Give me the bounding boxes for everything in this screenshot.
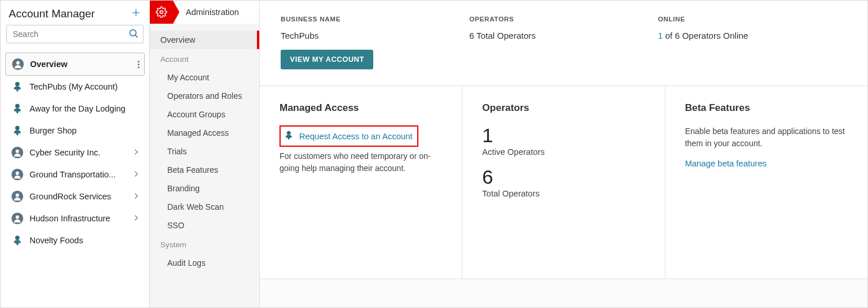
svg-point-10 <box>16 150 19 153</box>
svg-point-17 <box>15 236 20 240</box>
nav-item-managed-access[interactable]: Managed Access <box>150 124 259 142</box>
operators-label: OPERATORS <box>469 16 658 23</box>
account-list: OverviewTechPubs (My Account)Away for th… <box>1 49 149 255</box>
person-pin-icon <box>11 234 24 247</box>
svg-line-3 <box>135 35 138 37</box>
business-label: BUSINESS NAME <box>281 16 469 23</box>
operators-card: Operators 1 Active Operators 6 Total Ope… <box>462 86 665 279</box>
sidebar-item-6[interactable]: GroundRock Services <box>5 185 145 207</box>
beta-desc: Enable beta features and applications to… <box>685 125 848 150</box>
online-label: ONLINE <box>658 16 847 23</box>
person-circle-icon <box>11 146 24 159</box>
nav-item-account-groups[interactable]: Account Groups <box>150 105 259 124</box>
search-box[interactable] <box>6 25 144 43</box>
sidebar-item-0[interactable]: Overview <box>5 53 145 76</box>
svg-point-18 <box>160 11 163 14</box>
svg-point-14 <box>16 194 19 197</box>
sidebar-item-label: Burger Shop <box>30 126 139 135</box>
nav-item-dark-web-scan[interactable]: Dark Web Scan <box>150 198 259 216</box>
nav-item-operators-and-roles[interactable]: Operators and Roles <box>150 87 259 105</box>
nav-item-my-account[interactable]: My Account <box>150 68 259 87</box>
active-operators-label: Active Operators <box>482 147 645 157</box>
nav-heading: Account <box>150 49 259 68</box>
managed-access-card: Managed Access Request Access to an Acco… <box>260 86 462 279</box>
search-wrap <box>1 25 149 49</box>
account-manager-sidebar: Account Manager OverviewTechPubs (My Acc… <box>1 1 150 307</box>
sidebar-title: Account Manager <box>9 8 95 20</box>
chevron-right-icon <box>133 148 139 157</box>
chevron-right-icon <box>133 192 139 201</box>
sidebar-item-2[interactable]: Away for the Day Lodging <box>5 98 145 120</box>
view-account-button[interactable]: VIEW MY ACCOUNT <box>281 50 373 69</box>
admin-title: Administration <box>186 8 239 17</box>
svg-point-5 <box>16 61 20 65</box>
admin-nav-list: OverviewAccountMy AccountOperators and R… <box>150 24 259 274</box>
operators-card-title: Operators <box>482 102 645 114</box>
kebab-menu-icon[interactable] <box>138 61 139 68</box>
total-operators-count: 6 <box>482 167 645 187</box>
summary-row: BUSINESS NAME TechPubs VIEW MY ACCOUNT O… <box>260 1 867 86</box>
svg-point-2 <box>130 29 136 36</box>
sidebar-item-7[interactable]: Hudson Infrastructure <box>5 207 145 229</box>
nav-heading: System <box>150 235 259 254</box>
sidebar-header: Account Manager <box>1 1 149 25</box>
sidebar-item-label: GroundRock Services <box>30 192 131 201</box>
sidebar-item-5[interactable]: Ground Transportatio... <box>5 164 145 185</box>
sidebar-item-label: Cyber Security Inc. <box>30 148 131 157</box>
footer-bar <box>260 279 867 307</box>
svg-point-8 <box>15 126 20 131</box>
request-access-link[interactable]: Request Access to an Account <box>299 132 413 141</box>
person-pin-icon <box>284 129 293 143</box>
sidebar-item-1[interactable]: TechPubs (My Account) <box>5 76 145 98</box>
sidebar-item-label: TechPubs (My Account) <box>30 82 139 91</box>
online-value: 1 of 6 Operators Online <box>658 31 847 40</box>
beta-card: Beta Features Enable beta features and a… <box>665 86 867 279</box>
operators-col: OPERATORS 6 Total Operators <box>469 16 658 69</box>
online-col: ONLINE 1 of 6 Operators Online <box>658 16 847 69</box>
add-account-button[interactable] <box>131 6 141 21</box>
business-value: TechPubs <box>281 31 469 40</box>
nav-item-trials[interactable]: Trials <box>150 142 259 161</box>
person-circle-icon <box>11 168 24 181</box>
sidebar-item-label: Overview <box>30 60 138 69</box>
svg-point-6 <box>15 82 20 87</box>
total-operators-label: Total Operators <box>482 189 645 198</box>
svg-point-7 <box>15 104 20 109</box>
main-content: BUSINESS NAME TechPubs VIEW MY ACCOUNT O… <box>260 1 867 307</box>
sidebar-item-3[interactable]: Burger Shop <box>5 120 145 142</box>
cards-row: Managed Access Request Access to an Acco… <box>260 86 867 279</box>
person-pin-icon <box>11 80 24 93</box>
person-circle-icon <box>11 190 24 203</box>
svg-point-16 <box>16 216 19 219</box>
sidebar-item-4[interactable]: Cyber Security Inc. <box>5 142 145 164</box>
nav-item-overview[interactable]: Overview <box>150 31 259 49</box>
online-rest: of 6 Operators Online <box>663 31 748 40</box>
active-operators-count: 1 <box>482 125 645 145</box>
nav-item-branding[interactable]: Branding <box>150 179 259 198</box>
managed-access-title: Managed Access <box>279 102 442 114</box>
admin-gear-icon <box>150 1 173 24</box>
svg-point-12 <box>16 172 19 175</box>
sidebar-item-label: Ground Transportatio... <box>30 170 131 179</box>
admin-nav: Administration OverviewAccountMy Account… <box>150 1 260 307</box>
beta-title: Beta Features <box>685 102 848 114</box>
chevron-right-icon <box>133 170 139 179</box>
managed-access-desc: For customers who need temporary or on-g… <box>279 150 442 175</box>
person-pin-icon <box>11 124 24 137</box>
svg-point-19 <box>287 131 291 135</box>
admin-header: Administration <box>150 1 259 24</box>
manage-beta-link[interactable]: Manage beta features <box>685 159 848 168</box>
business-col: BUSINESS NAME TechPubs VIEW MY ACCOUNT <box>281 16 469 69</box>
operators-value: 6 Total Operators <box>469 31 658 40</box>
nav-item-sso[interactable]: SSO <box>150 216 259 235</box>
sidebar-item-label: Novelty Foods <box>30 236 139 245</box>
nav-item-beta-features[interactable]: Beta Features <box>150 161 259 179</box>
request-access-highlight: Request Access to an Account <box>279 125 418 147</box>
sidebar-item-label: Hudson Infrastructure <box>30 214 131 223</box>
search-input[interactable] <box>7 29 143 39</box>
sidebar-item-8[interactable]: Novelty Foods <box>5 229 145 251</box>
person-pin-icon <box>11 102 24 115</box>
person-circle-icon <box>12 58 24 70</box>
nav-item-audit-logs[interactable]: Audit Logs <box>150 254 259 272</box>
search-icon <box>128 28 139 41</box>
